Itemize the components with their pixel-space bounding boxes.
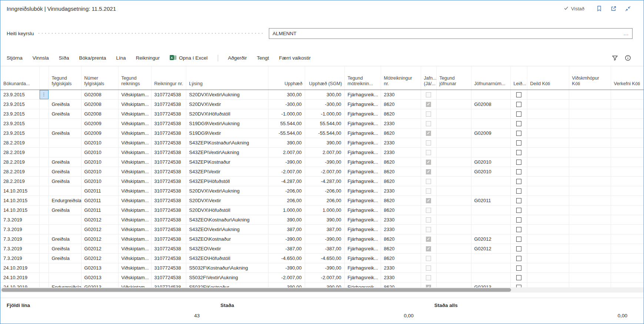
cell-apply-no[interactable] xyxy=(471,118,510,128)
cell-account-no[interactable]: 3107724538 xyxy=(151,176,186,186)
column-header-description[interactable]: Lýsing xyxy=(186,66,268,90)
cell-correction[interactable] xyxy=(510,90,527,99)
cell-description[interactable]: S43ZEO\Vextir xyxy=(186,244,268,253)
cell-apply-no[interactable] xyxy=(471,147,510,157)
cell-document-no[interactable]: G02010 xyxy=(81,138,118,147)
cell-custgroup-code[interactable] xyxy=(569,176,611,186)
cell-custgroup-code[interactable] xyxy=(569,128,611,138)
column-header-apply-no[interactable]: Jöfnunarnúm... xyxy=(471,66,510,90)
cell-account-no[interactable]: 3107724538 xyxy=(151,234,186,244)
cell-amount-lcy[interactable]: 390,00 xyxy=(305,215,344,224)
cell-account-no[interactable]: 3107724538 xyxy=(151,118,186,128)
cell-description[interactable]: S43ZEO\Kostnaður xyxy=(186,234,268,244)
cell-correction[interactable] xyxy=(510,186,527,196)
cell-row-selector[interactable] xyxy=(39,167,49,176)
cell-description[interactable]: S43ZEP\Kostnaður\Aukning xyxy=(186,138,268,147)
cell-document-type[interactable] xyxy=(49,263,81,273)
cell-document-type[interactable]: Greiðsla xyxy=(49,234,81,244)
correction-checkbox[interactable] xyxy=(516,227,521,232)
cell-description[interactable]: S43ZEO\Vextir\Aukning xyxy=(186,224,268,234)
cell-amount[interactable]: -4.287,00 xyxy=(268,176,305,186)
cell-correction[interactable] xyxy=(510,224,527,234)
cell-bal-account-no[interactable]: 8620 xyxy=(381,234,421,244)
cell-project-code[interactable] xyxy=(611,138,644,147)
cell-bal-account-no[interactable]: 8620 xyxy=(381,99,421,109)
cell-account-type[interactable]: Viðskiptam... xyxy=(118,176,151,186)
cell-applied[interactable] xyxy=(421,109,436,118)
cell-bal-account-no[interactable]: 8620 xyxy=(381,196,421,205)
cell-apply-no[interactable] xyxy=(471,253,510,263)
cell-row-selector[interactable] xyxy=(39,147,49,157)
menu-item-f-rri-valkostir[interactable]: Færri valkostir xyxy=(279,55,311,61)
cell-apply-type[interactable] xyxy=(436,282,471,287)
cell-correction[interactable] xyxy=(510,167,527,176)
cell-bal-account-no[interactable]: 2330 xyxy=(381,263,421,273)
cell-custgroup-code[interactable] xyxy=(569,253,611,263)
column-header-applied[interactable]: Jafn... (Já/... xyxy=(421,66,436,90)
cell-amount[interactable]: -206,00 xyxy=(268,186,305,196)
cell-amount[interactable]: -55.544,00 xyxy=(268,128,305,138)
cell-bal-account-no[interactable]: 8620 xyxy=(381,205,421,215)
cell-row-selector[interactable] xyxy=(39,99,49,109)
cell-posting-date[interactable]: 28.2.2019 xyxy=(0,147,39,157)
cell-row-selector[interactable] xyxy=(39,138,49,147)
cell-document-type[interactable]: Greiðsla xyxy=(49,99,81,109)
cell-posting-date[interactable]: 28.2.2019 xyxy=(0,176,39,186)
cell-document-no[interactable]: G02010 xyxy=(81,147,118,157)
cell-amount-lcy[interactable]: -206,00 xyxy=(305,186,344,196)
cell-posting-date[interactable]: 14.10.2015 xyxy=(0,186,39,196)
cell-apply-type[interactable] xyxy=(436,263,471,273)
cell-description[interactable]: S5032F\Vextir\Aukning xyxy=(186,273,268,282)
cell-document-no[interactable]: G02011 xyxy=(81,196,118,205)
cell-bal-account-no[interactable]: 2330 xyxy=(381,273,421,282)
column-header-bal-account-type[interactable]: Tegund mótreiknin... xyxy=(344,66,381,90)
cell-posting-date[interactable]: 28.2.2019 xyxy=(0,138,39,147)
cell-account-type[interactable]: Viðskiptam... xyxy=(118,273,151,282)
cell-dept-code[interactable] xyxy=(527,196,569,205)
cell-document-no[interactable]: G02010 xyxy=(81,176,118,186)
cell-applied[interactable] xyxy=(421,282,436,287)
cell-document-no[interactable]: G02009 xyxy=(81,118,118,128)
cell-row-selector[interactable] xyxy=(39,273,49,282)
cell-amount-lcy[interactable]: -4.650,00 xyxy=(305,253,344,263)
open-in-new-window-icon[interactable] xyxy=(610,6,617,12)
cell-bal-account-type[interactable]: Fjárhagsreik... xyxy=(344,186,381,196)
cell-project-code[interactable] xyxy=(611,118,644,128)
menu-item-tengt[interactable]: Tengt xyxy=(257,55,269,61)
cell-project-code[interactable] xyxy=(611,244,644,253)
cell-apply-no[interactable] xyxy=(471,176,510,186)
cell-apply-no[interactable]: G02008 xyxy=(471,99,510,109)
cell-amount-lcy[interactable]: 2.007,00 xyxy=(305,147,344,157)
cell-document-type[interactable] xyxy=(49,215,81,224)
cell-correction[interactable] xyxy=(510,234,527,244)
cell-document-type[interactable]: Greiðsla xyxy=(49,244,81,253)
cell-account-type[interactable]: Viðskiptam... xyxy=(118,109,151,118)
cell-project-code[interactable] xyxy=(611,263,644,273)
cell-applied[interactable] xyxy=(421,118,436,128)
cell-bal-account-no[interactable]: 2330 xyxy=(381,90,421,99)
cell-document-no[interactable]: G02012 xyxy=(81,253,118,263)
cell-correction[interactable] xyxy=(510,215,527,224)
cell-account-type[interactable]: Viðskiptam... xyxy=(118,186,151,196)
menu-item-reikningur[interactable]: Reikningur xyxy=(136,55,160,61)
cell-applied[interactable] xyxy=(421,90,436,99)
cell-bal-account-type[interactable]: Fjárhagsreik... xyxy=(344,215,381,224)
cell-amount-lcy[interactable]: -390,00 xyxy=(305,234,344,244)
cell-amount-lcy[interactable]: 300,00 xyxy=(305,90,344,99)
cell-custgroup-code[interactable] xyxy=(569,263,611,273)
cell-row-selector[interactable] xyxy=(39,196,49,205)
cell-posting-date[interactable]: 23.9.2015 xyxy=(0,109,39,118)
cell-correction[interactable] xyxy=(510,147,527,157)
cell-apply-type[interactable] xyxy=(436,118,471,128)
cell-apply-type[interactable] xyxy=(436,147,471,157)
cell-posting-date[interactable]: 28.2.2019 xyxy=(0,157,39,167)
cell-account-type[interactable]: Viðskiptam... xyxy=(118,244,151,253)
cell-account-type[interactable]: Viðskiptam... xyxy=(118,263,151,273)
cell-custgroup-code[interactable] xyxy=(569,167,611,176)
cell-apply-type[interactable] xyxy=(436,186,471,196)
cell-dept-code[interactable] xyxy=(527,128,569,138)
cell-bal-account-no[interactable]: 2330 xyxy=(381,215,421,224)
cell-apply-no[interactable]: G02010 xyxy=(471,167,510,176)
cell-correction[interactable] xyxy=(510,196,527,205)
cell-project-code[interactable] xyxy=(611,157,644,167)
